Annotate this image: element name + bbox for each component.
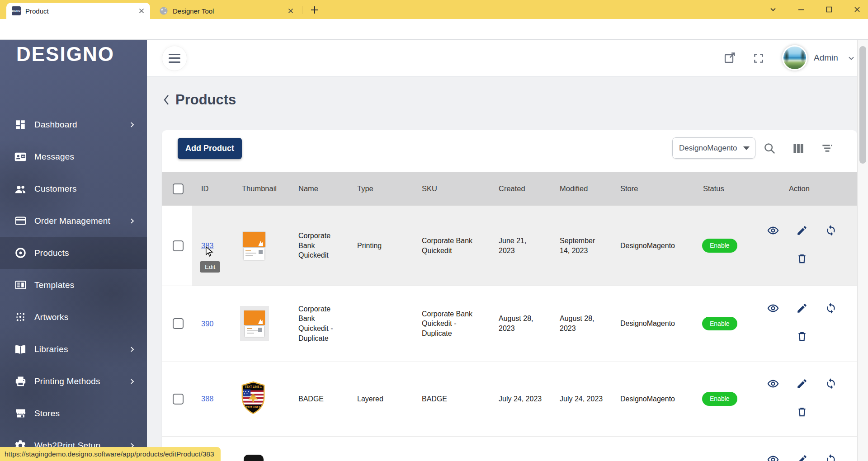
tab-title: Product [25,7,137,15]
tab-product[interactable]: DGNO Product [6,3,150,19]
row-checkbox[interactable] [173,394,184,405]
product-thumbnail[interactable]: TEXT LINE 1 TEXT LINE 2 [233,381,289,418]
product-type: Printing [350,241,414,251]
table-row: 383 Corporate Bank Quickedit Printing Co… [162,206,857,286]
column-header-modified[interactable]: Modified [552,184,615,193]
view-eye-icon[interactable] [767,454,779,461]
sync-icon[interactable] [825,225,837,236]
edit-pencil-icon[interactable] [796,225,808,236]
column-header-sku[interactable]: SKU [414,184,491,193]
app-header: Admin [147,40,868,77]
column-header-id[interactable]: ID [192,184,233,193]
status-bar-link: https://stagingdemo.designo.software/app… [0,447,221,461]
user-avatar[interactable] [782,45,807,71]
globe-favicon [159,6,168,15]
edit-pencil-icon[interactable] [796,378,808,390]
sidebar-item-messages[interactable]: Messages [0,141,147,173]
row-actions [766,286,857,362]
product-sku: Corporate Bank Quickedit [414,236,491,255]
product-store: DesignoMagento [615,319,698,329]
table-row: 388 TEXT LINE 1 [162,362,857,436]
add-product-button[interactable]: Add Product [178,138,242,159]
sidebar: DESIGNO Dashboard Messages Custome [0,40,147,461]
column-header-action[interactable]: Action [766,184,857,193]
fullscreen-icon[interactable] [753,52,766,66]
chevron-down-icon[interactable] [848,55,855,64]
sidebar-item-customers[interactable]: Customers [0,173,147,205]
columns-icon[interactable] [792,141,806,156]
sidebar-item-order-management[interactable]: Order Management [0,205,147,237]
search-icon[interactable] [763,141,777,156]
row-checkbox[interactable] [173,318,184,329]
status-badge[interactable]: Enable [702,392,737,406]
delete-trash-icon[interactable] [796,253,808,264]
libraries-icon [14,343,27,356]
new-tab-button[interactable] [308,4,321,16]
view-eye-icon[interactable] [767,302,779,314]
column-header-created[interactable]: Created [491,184,552,193]
product-id-link[interactable]: 390 [201,320,214,328]
close-window-icon[interactable] [852,4,863,15]
delete-trash-icon[interactable] [796,330,808,342]
product-modified: August 28, 2023 [552,314,615,333]
product-thumbnail[interactable] [233,306,289,341]
view-eye-icon[interactable] [767,225,779,236]
product-id-link[interactable]: 388 [201,395,214,403]
status-badge[interactable]: Enable [702,317,737,331]
hamburger-menu-icon[interactable] [162,46,187,71]
user-name[interactable]: Admin [814,53,838,63]
product-name: Corporate Bank Quickedit - Duplicate [289,304,350,343]
select-all-checkbox[interactable] [173,183,184,194]
page-title: Products [175,92,236,108]
edit-pencil-icon[interactable] [796,454,808,461]
tab-designer-tool[interactable]: Designer Tool [154,3,299,19]
delete-trash-icon[interactable] [796,406,808,418]
row-actions [766,206,857,286]
column-header-name[interactable]: Name [289,184,350,193]
sidebar-item-printing-methods[interactable]: Printing Methods [0,365,147,397]
sidebar-item-stores[interactable]: Stores [0,397,147,429]
sync-icon[interactable] [825,454,837,461]
sidebar-item-products[interactable]: Products [0,237,147,269]
order-management-icon [14,214,27,228]
column-header-type[interactable]: Type [350,184,414,193]
back-chevron-icon[interactable] [163,94,170,106]
browser-tab-strip: DGNO Product Designer Tool [0,0,868,19]
product-thumbnail[interactable] [233,232,289,260]
sidebar-item-dashboard[interactable]: Dashboard [0,120,147,141]
column-header-store[interactable]: Store [615,184,698,193]
templates-icon [14,278,27,292]
sidebar-item-artworks[interactable]: Artworks [0,301,147,333]
sync-icon[interactable] [825,378,837,390]
row-actions [767,454,837,461]
chevron-right-icon [129,218,135,224]
tab-search-icon[interactable] [768,4,778,15]
close-tab-icon[interactable] [287,7,295,15]
product-created: July 24, 2023 [491,394,552,404]
badge-bottom-text: TEXT LINE 2 [246,406,260,409]
sidebar-item-templates[interactable]: Templates [0,269,147,301]
browser-toolbar: stagingdemo.designo.software/app/product… [0,19,868,40]
close-tab-icon[interactable] [137,7,146,15]
sync-icon[interactable] [825,302,837,314]
open-in-new-icon[interactable] [723,52,737,65]
table-header-row: ID Thumbnail Name Type SKU Created Modif… [162,172,857,206]
view-eye-icon[interactable] [767,378,779,390]
maximize-window-icon[interactable] [824,4,835,15]
sidebar-item-libraries[interactable]: Libraries [0,333,147,365]
product-thumbnail[interactable] [244,455,264,461]
scrollbar-thumb[interactable] [859,46,866,164]
minimize-window-icon[interactable] [796,4,807,15]
status-badge[interactable]: Enable [702,239,737,253]
product-store: DesignoMagento [615,394,698,404]
row-checkbox[interactable] [173,240,184,251]
column-header-thumbnail[interactable]: Thumbnail [233,184,289,193]
column-header-status[interactable]: Status [698,184,766,193]
filter-icon[interactable] [821,141,835,156]
edit-pencil-icon[interactable] [796,302,808,314]
printing-methods-icon [14,375,27,388]
messages-icon [14,150,27,164]
store-filter-select[interactable]: DesignoMagento [672,137,755,159]
store-filter-value: DesignoMagento [679,144,743,153]
artworks-icon [14,310,27,324]
